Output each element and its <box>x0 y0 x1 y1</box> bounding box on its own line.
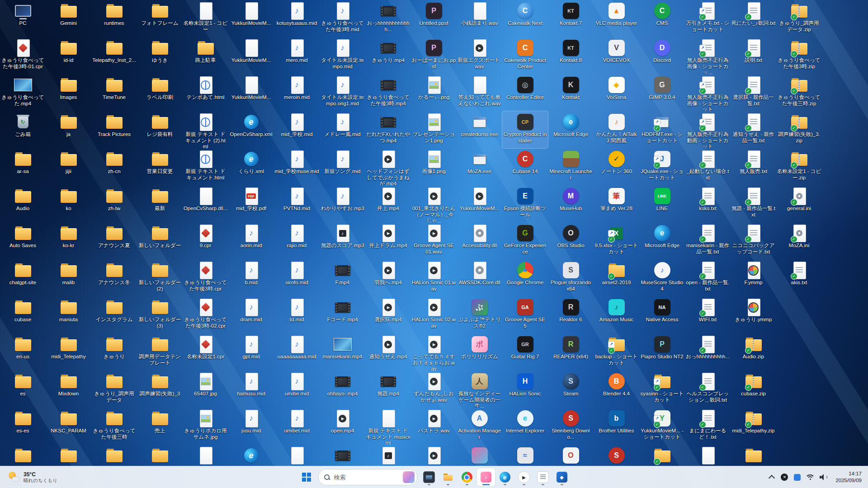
taskbar-app-text-editor[interactable] <box>534 468 552 486</box>
desktop-icon[interactable]: ✓akis.txt <box>776 259 822 296</box>
desktop-icon[interactable]: 最新 <box>137 185 183 222</box>
desktop-icon[interactable]: Accessibility.dll <box>457 222 502 259</box>
desktop-icon[interactable]: ✓↗無人販売不正行為画像 - ショートカッ... <box>685 37 731 74</box>
desktop-icon[interactable]: Audio <box>0 185 46 222</box>
desktop-icon[interactable]: だれだFXいれたやつ.mp4 <box>365 111 411 148</box>
desktop-icon[interactable]: ✓ニコニコバックアップコード.txt <box>731 222 776 259</box>
desktop-icon[interactable]: MoZA.exe <box>457 148 502 185</box>
desktop-icon[interactable]: きゅうり食べってた午後3時.mp4 <box>365 74 411 111</box>
desktop-icon[interactable]: Images <box>46 74 91 111</box>
desktop-icon[interactable] <box>137 445 183 466</box>
desktop-icon[interactable]: MMuseHub <box>548 185 594 222</box>
desktop-icon[interactable]: umibet.mid <box>274 408 320 445</box>
desktop-icon[interactable]: ずんだもん_しおかぜぉ.wav <box>411 371 457 408</box>
desktop-icon[interactable]: ✓↗万引きメモ.txt - ショートカット <box>685 0 731 37</box>
desktop-icon[interactable]: アナウンス夏 <box>91 222 137 259</box>
desktop-icon[interactable]: ja <box>46 111 91 148</box>
desktop-icon[interactable]: CCubase 14 <box>502 148 548 185</box>
desktop-icon[interactable]: ✓cubase.zip <box>731 371 776 408</box>
desktop-icon[interactable]: hamusu.mid <box>228 371 274 408</box>
desktop-icon[interactable]: 筆筆まめ Ver.28 <box>594 185 639 222</box>
desktop-icon[interactable]: dram.mid <box>228 296 274 333</box>
desktop-icon[interactable]: GAGroove Agent SE 5 <box>502 296 548 333</box>
desktop-icon[interactable]: SPlogue sforzando x64 <box>548 259 594 296</box>
desktop-icon[interactable]: きゅうり食べってた午後3時.cpr <box>183 259 228 296</box>
desktop-icon[interactable]: YukkuriMovieM... <box>228 0 274 37</box>
desktop-icon[interactable]: プレゼンテーション1.png <box>411 111 457 148</box>
desktop-icon[interactable]: 営業日変更 <box>137 148 183 185</box>
desktop-icon[interactable]: Gemini <box>46 0 91 37</box>
desktop-icon[interactable]: タイトル未設定.tempo.orig1.mid <box>320 74 365 111</box>
desktop-icon[interactable]: メドレー風.mid <box>320 111 365 148</box>
volume-button[interactable] <box>817 469 829 485</box>
desktop-icon[interactable]: わかりやすお.mp3 <box>320 185 365 222</box>
desktop-icon[interactable]: ko-kr <box>46 222 91 259</box>
desktop-icon[interactable]: J✓↗JQuake.exe - ショートカット <box>639 148 685 185</box>
tray-app-blue-button[interactable] <box>791 469 803 485</box>
desktop-icon[interactable]: ぷぷよぷよ™テトリス®2 <box>457 296 502 333</box>
desktop-icon[interactable]: 通知うぜえ.mp4 <box>365 333 411 371</box>
desktop-icon[interactable]: td.mid <box>274 296 320 333</box>
desktop-icon[interactable]: HALion Sonic 01.wav <box>411 259 457 296</box>
desktop-icon[interactable] <box>731 445 776 466</box>
desktop-icon[interactable]: CCakewalk Next <box>502 0 548 37</box>
desktop-icon[interactable]: ✓ヘルスコンプレッション＿歌詞.txt <box>685 371 731 408</box>
desktop-icon[interactable]: rajio.mid <box>274 222 320 259</box>
desktop-icon[interactable]: Auto Saves <box>0 222 46 259</box>
desktop-icon[interactable] <box>411 445 457 466</box>
desktop-icon[interactable]: PUntitled.ppsf <box>411 0 457 37</box>
search-highlight-icon[interactable] <box>403 471 415 483</box>
desktop-icon[interactable]: malib <box>46 259 91 296</box>
desktop-icon[interactable]: GRGuitar Rig 7 <box>502 333 548 371</box>
desktop-icon[interactable] <box>91 445 137 466</box>
desktop-icon[interactable]: 名称未設定1.cpr <box>183 333 228 371</box>
desktop-icon[interactable]: RREAPER (x64) <box>548 333 594 371</box>
desktop-icon[interactable]: NANative Access <box>639 296 685 333</box>
desktop-icon[interactable]: PVTNd.mid <box>274 185 320 222</box>
desktop-icon[interactable]: YukkuriMovieM... <box>228 37 274 74</box>
desktop-icon[interactable]: ごみ箱 <box>0 111 46 148</box>
desktop-icon[interactable]: ✓死にたい_♪歌詞.txt <box>731 0 776 37</box>
desktop-icon[interactable]: 新しいフォルダー (2) <box>137 259 183 296</box>
desktop-icon[interactable] <box>320 445 365 466</box>
desktop-icon[interactable]: ✓ノートン 360 <box>594 148 639 185</box>
desktop-icon[interactable]: ♪MuseScore Studio 4 <box>639 259 685 296</box>
desktop-icon[interactable]: ◆VoiSona <box>594 74 639 111</box>
desktop-icon[interactable]: 新規エクスポート.wav <box>457 37 502 74</box>
desktop-icon[interactable]: mid_学校.pdf <box>228 185 274 222</box>
desktop-icon[interactable] <box>228 445 274 466</box>
desktop-icon[interactable]: GGIMP 3.0.4 <box>639 74 685 111</box>
desktop-icon[interactable]: ✓無人販売.txt <box>731 148 776 185</box>
desktop-icon[interactable]: jijii <box>46 148 91 185</box>
desktop-icon[interactable]: mid_学校muse.mid <box>274 148 320 185</box>
desktop-icon[interactable]: 9.cpr <box>183 222 228 259</box>
desktop-icon[interactable]: aorin.mid <box>228 222 274 259</box>
tray-app-x-button[interactable]: ✕ <box>778 469 790 485</box>
desktop-icon[interactable]: meroin.mid <box>274 74 320 111</box>
desktop-icon[interactable]: 小銭詰まり.wav <box>457 0 502 37</box>
desktop-icon[interactable]: eMicrosoft Edge <box>639 222 685 259</box>
desktop-icon[interactable]: 答え知ってても教えないわこれ.wav <box>457 74 502 111</box>
desktop-icon[interactable]: F.mp4 <box>320 259 365 296</box>
taskbar-app-google-chrome[interactable] <box>458 468 476 486</box>
desktop-icon[interactable]: バストラ.wav <box>411 408 457 445</box>
desktop-icon[interactable]: CCakewalk Product Center <box>502 37 548 74</box>
desktop-icon[interactable]: runtimes <box>91 0 137 37</box>
desktop-icon[interactable]: 新規 テキスト ドキュメント (2).html <box>183 111 228 148</box>
desktop-icon[interactable]: かるーぃ.png <box>411 74 457 111</box>
desktop-icon[interactable] <box>457 445 502 466</box>
desktop-icon[interactable]: mid_学校.mid <box>274 111 320 148</box>
desktop-icon[interactable]: きゅうり食べってた午後3時-01.cpr <box>0 37 46 74</box>
desktop-icon[interactable]: ✓general.ini <box>776 185 822 222</box>
desktop-icon[interactable]: b.mid <box>228 259 274 296</box>
desktop-icon[interactable]: Minecraft Launcher <box>548 148 594 185</box>
search-input[interactable] <box>333 474 399 481</box>
desktop-icon[interactable]: RReaktor 6 <box>548 296 594 333</box>
desktop-icon[interactable]: ✓↗syasinn - ショートカット <box>639 371 685 408</box>
desktop-icon[interactable]: YukkuriMovieM... <box>228 74 274 111</box>
desktop-icon[interactable]: ≈ <box>502 445 548 466</box>
desktop-icon[interactable]: ✓選択肢 - 親作品一覧.txt <box>731 74 776 111</box>
desktop-icon[interactable]: maniuta <box>46 296 91 333</box>
search-box[interactable] <box>318 469 417 485</box>
desktop-icon[interactable]: ✓↗無人販売不正行為動画 - ショートカット <box>685 111 731 148</box>
